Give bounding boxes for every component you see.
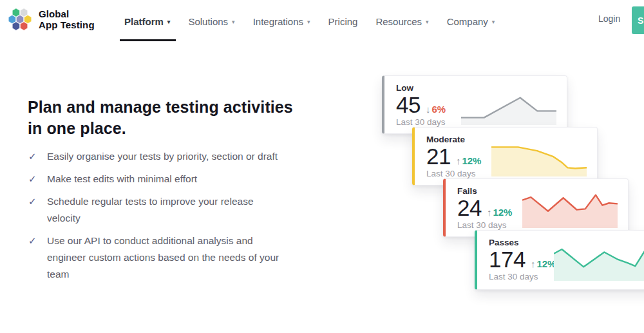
trend-badge: ↑ 12% xyxy=(456,155,482,166)
chevron-down-icon: ▾ xyxy=(492,19,495,25)
nav-item-label: Resources xyxy=(375,16,422,27)
arrow-up-icon: ↑ xyxy=(531,258,536,269)
list-item: ✓ Schedule regular tests to improve your… xyxy=(28,193,281,227)
stat-card-passes: Passes 174 ↑ 12% Last 30 days xyxy=(475,230,644,290)
trend-percent: 12% xyxy=(493,207,512,218)
trend-badge: ↑ 12% xyxy=(531,258,556,269)
list-item-text: Schedule regular tests to improve your r… xyxy=(47,196,254,224)
login-link[interactable]: Login xyxy=(598,14,620,24)
stat-card-fails: Fails 24 ↑ 12% Last 30 days xyxy=(443,178,629,237)
nav-item-label: Integrations xyxy=(253,16,303,27)
arrow-up-icon: ↑ xyxy=(487,207,492,218)
trend-percent: 12% xyxy=(536,258,556,269)
chevron-down-icon: ▾ xyxy=(232,19,235,25)
page: Global App Testing Platform ▾ Solutions … xyxy=(0,0,644,333)
logo-text: Global App Testing xyxy=(39,8,95,30)
nav-item-label: Platform xyxy=(124,16,164,27)
nav-item-label: Company xyxy=(447,16,488,27)
feature-checklist: ✓ Easily organise your tests by priority… xyxy=(28,148,281,289)
header: Global App Testing Platform ▾ Solutions … xyxy=(0,0,644,43)
page-title: Plan and manage testing activities in on… xyxy=(28,97,308,139)
nav-item-platform[interactable]: Platform ▾ xyxy=(124,0,170,43)
stat-value: 21 xyxy=(426,145,451,168)
trend-badge: ↓ 6% xyxy=(426,104,446,115)
arrow-down-icon: ↓ xyxy=(426,104,431,115)
list-item: ✓ Make test edits with minimal effort xyxy=(28,171,281,187)
checkmark-icon: ✓ xyxy=(28,193,37,210)
main-nav: Platform ▾ Solutions ▾ Integrations ▾ Pr… xyxy=(124,0,495,43)
nav-item-resources[interactable]: Resources ▾ xyxy=(375,0,428,43)
trend-percent: 6% xyxy=(431,104,446,115)
list-item: ✓ Easily organise your tests by priority… xyxy=(28,148,281,165)
stat-value: 45 xyxy=(396,93,421,117)
trend-badge: ↑ 12% xyxy=(487,207,513,218)
stat-value: 174 xyxy=(489,248,526,271)
list-item-text: Use our API to conduct additional analys… xyxy=(47,235,279,280)
checkmark-icon: ✓ xyxy=(28,171,37,187)
stat-card-moderate: Moderate 21 ↑ 12% Last 30 days xyxy=(412,127,598,186)
trend-percent: 12% xyxy=(462,155,481,166)
sparkline-chart xyxy=(461,88,556,125)
checkmark-icon: ✓ xyxy=(28,233,37,249)
signup-button[interactable]: S xyxy=(632,6,644,34)
list-item: ✓ Use our API to conduct additional anal… xyxy=(28,233,281,283)
stat-value: 24 xyxy=(457,196,482,220)
nav-item-pricing[interactable]: Pricing xyxy=(328,0,358,43)
nav-item-label: Solutions xyxy=(188,16,228,27)
list-item-text: Make test edits with minimal effort xyxy=(47,173,197,184)
nav-item-solutions[interactable]: Solutions ▾ xyxy=(188,0,234,43)
chevron-down-icon: ▾ xyxy=(167,19,171,25)
nav-item-company[interactable]: Company ▾ xyxy=(447,0,495,43)
arrow-up-icon: ↑ xyxy=(456,155,461,166)
logo[interactable]: Global App Testing xyxy=(6,5,95,34)
sparkline-chart xyxy=(522,191,618,228)
list-item-text: Easily organise your tests by priority, … xyxy=(47,151,278,162)
chevron-down-icon: ▾ xyxy=(307,19,310,25)
checkmark-icon: ✓ xyxy=(28,148,37,165)
chevron-down-icon: ▾ xyxy=(426,19,429,25)
nav-item-label: Pricing xyxy=(328,16,358,27)
sparkline-chart xyxy=(491,140,587,176)
logo-icon xyxy=(6,5,33,34)
stat-card-low: Low 45 ↓ 6% Last 30 days xyxy=(382,75,567,134)
sparkline-chart xyxy=(554,244,644,281)
logo-text-line2: App Testing xyxy=(39,19,95,30)
logo-text-line1: Global xyxy=(39,8,95,19)
nav-item-integrations[interactable]: Integrations ▾ xyxy=(253,0,310,43)
